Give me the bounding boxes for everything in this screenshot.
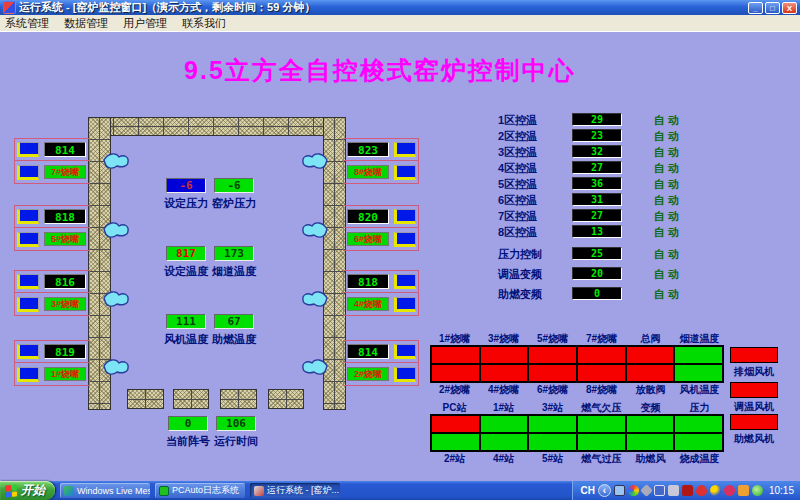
burner-temp-display[interactable]: 819 <box>44 344 86 359</box>
burner-label[interactable]: 4#烧嘴 <box>347 297 389 311</box>
window-titlebar[interactable]: 运行系统 - [窑炉监控窗口]（演示方式，剩余时间：59 分钟） _ □ X <box>0 0 800 15</box>
zone-value-display[interactable]: 29 <box>572 113 622 126</box>
burner-toggle-icon[interactable] <box>17 232 39 247</box>
zone-mode-toggle[interactable]: 自 动 <box>654 177 679 192</box>
burner-label[interactable]: 6#烧嘴 <box>347 232 389 246</box>
zone-mode-toggle[interactable]: 自 动 <box>654 209 679 224</box>
grid-label: 5#站 <box>528 452 577 465</box>
control-value-display[interactable]: 20 <box>572 267 622 280</box>
control-value-display[interactable]: 0 <box>572 287 622 300</box>
menu-user[interactable]: 用户管理 <box>123 16 167 31</box>
burner-label[interactable]: 2#烧嘴 <box>347 367 389 381</box>
burner-toggle-icon[interactable] <box>394 297 416 312</box>
kiln-pressure-display[interactable]: -6 <box>214 178 254 193</box>
taskbar-task-run-system[interactable]: 运行系统 - [窑炉... <box>250 483 340 498</box>
control-mode-toggle[interactable]: 自 动 <box>654 247 679 262</box>
zone-mode-toggle[interactable]: 自 动 <box>654 145 679 160</box>
control-mode-toggle[interactable]: 自 动 <box>654 287 679 302</box>
run-time-display[interactable]: 106 <box>216 416 256 431</box>
burner-toggle-icon[interactable] <box>394 274 416 289</box>
burner-toggle-icon[interactable] <box>17 209 39 224</box>
network-tray-icon[interactable] <box>654 485 665 496</box>
burner-temp-display[interactable]: 818 <box>44 209 86 224</box>
comb-temp-display[interactable]: 67 <box>214 314 254 329</box>
control-mode-toggle[interactable]: 自 动 <box>654 267 679 282</box>
zone-mode-toggle[interactable]: 自 动 <box>654 225 679 240</box>
zone-value-display[interactable]: 32 <box>572 145 622 158</box>
zone-mode-toggle[interactable]: 自 动 <box>654 129 679 144</box>
zone-value-display[interactable]: 23 <box>572 129 622 142</box>
zone-value-display[interactable]: 36 <box>572 177 622 190</box>
start-button[interactable]: 开始 <box>0 481 55 500</box>
zone-value-display[interactable]: 31 <box>572 193 622 206</box>
language-indicator[interactable]: CH <box>581 485 595 496</box>
burner-temp-display[interactable]: 816 <box>44 274 86 289</box>
burner-toggle-icon[interactable] <box>17 344 39 359</box>
clock[interactable]: 10:15 <box>769 485 794 496</box>
windows-flag-icon <box>5 484 17 497</box>
tray-collapse-icon[interactable]: ‹ <box>598 484 611 497</box>
zone-value-display[interactable]: 13 <box>572 225 622 238</box>
globe-tray-icon[interactable] <box>710 485 721 496</box>
control-value-display[interactable]: 25 <box>572 247 622 260</box>
burner-temp-display[interactable]: 818 <box>347 274 389 289</box>
flue-temp-display[interactable]: 173 <box>214 246 254 261</box>
taskbar-task-messenger[interactable]: Windows Live Mes... <box>60 483 150 498</box>
set-temp-display[interactable]: 817 <box>166 246 206 261</box>
diamond-tray-icon[interactable] <box>640 484 653 497</box>
burner-toggle-icon[interactable] <box>394 344 416 359</box>
display-tray-icon[interactable] <box>614 485 625 496</box>
alert-tray-icon[interactable] <box>724 485 735 496</box>
zone-value-display[interactable]: 27 <box>572 161 622 174</box>
burner-label[interactable]: 8#烧嘴 <box>347 165 389 179</box>
shield-tray-icon[interactable] <box>696 485 707 496</box>
burner-toggle-icon[interactable] <box>394 142 416 157</box>
burner-toggle-icon[interactable] <box>394 367 416 382</box>
burner-temp-display[interactable]: 823 <box>347 142 389 157</box>
zone-mode-toggle[interactable]: 自 动 <box>654 193 679 208</box>
burner-toggle-icon[interactable] <box>394 165 416 180</box>
taskbar-task-pcauto-log[interactable]: PCAuto日志系统 <box>155 483 245 498</box>
restore-button[interactable]: □ <box>765 2 780 14</box>
control-row: 压力控制25自 动 <box>470 246 710 266</box>
zone-mode-toggle[interactable]: 自 动 <box>654 113 679 128</box>
menu-bar: 系统管理 数据管理 用户管理 联系我们 <box>0 15 800 32</box>
burner-label[interactable]: 3#烧嘴 <box>44 297 86 311</box>
burner-label[interactable]: 1#烧嘴 <box>44 367 86 381</box>
grid-label: 4#站 <box>479 452 528 465</box>
burner-temp-display[interactable]: 820 <box>347 209 389 224</box>
close-button[interactable]: X <box>782 2 797 14</box>
burner-toggle-icon[interactable] <box>394 209 416 224</box>
menu-system[interactable]: 系统管理 <box>5 16 49 31</box>
pinwheel-tray-icon[interactable] <box>628 485 639 496</box>
burner-toggle-icon[interactable] <box>17 142 39 157</box>
burner-temp-display[interactable]: 814 <box>44 142 86 157</box>
taskbar: 开始 Windows Live Mes... PCAuto日志系统 运行系统 -… <box>0 481 800 500</box>
burner-toggle-icon[interactable] <box>17 274 39 289</box>
burner-unit-8: 823 8#烧嘴 <box>343 138 419 184</box>
minimize-button[interactable]: _ <box>748 2 763 14</box>
current-seg-display[interactable]: 0 <box>168 416 208 431</box>
burner-label[interactable]: 7#烧嘴 <box>44 165 86 179</box>
flame-icon <box>103 288 130 310</box>
status-cell <box>528 433 577 451</box>
burner-toggle-icon[interactable] <box>394 232 416 247</box>
set-pressure-display[interactable]: -6 <box>166 178 206 193</box>
burner-temp-display[interactable]: 814 <box>347 344 389 359</box>
zone-mode-toggle[interactable]: 自 动 <box>654 161 679 176</box>
menu-data[interactable]: 数据管理 <box>64 16 108 31</box>
burner-toggle-icon[interactable] <box>17 367 39 382</box>
kiln-car-segment <box>220 389 257 409</box>
antivirus-tray-icon[interactable] <box>682 485 693 496</box>
zone-value-display[interactable]: 27 <box>572 209 622 222</box>
update-tray-icon[interactable] <box>738 485 749 496</box>
burner-toggle-icon[interactable] <box>17 165 39 180</box>
tools-tray-icon[interactable] <box>668 485 679 496</box>
safety-tray-icon[interactable] <box>752 485 763 496</box>
burner-toggle-icon[interactable] <box>17 297 39 312</box>
flame-icon <box>301 219 328 241</box>
status-cell <box>674 346 723 364</box>
menu-contact[interactable]: 联系我们 <box>182 16 226 31</box>
fan-temp-display[interactable]: 111 <box>166 314 206 329</box>
burner-label[interactable]: 5#烧嘴 <box>44 232 86 246</box>
